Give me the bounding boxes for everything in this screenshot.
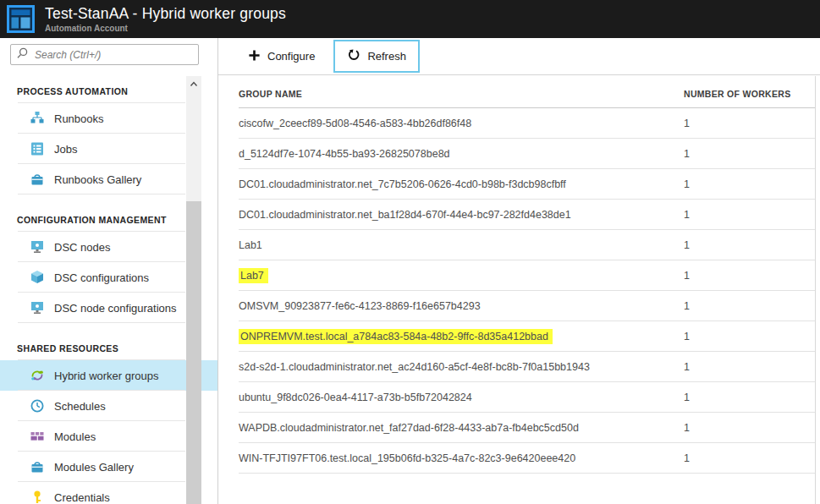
- modules-grid-icon: [30, 429, 45, 444]
- search-input[interactable]: [35, 49, 193, 61]
- table-row[interactable]: WIN-TFJTI97FT06.test.local_195b06fd-b325…: [239, 443, 815, 474]
- section-process-automation: PROCESS AUTOMATION Runbooks: [0, 76, 217, 194]
- table-row[interactable]: ciscofw_2ceecf89-5d08-4546-a583-4bb26df8…: [239, 108, 815, 139]
- runbooks-icon: [30, 111, 45, 126]
- monitor-icon: [30, 239, 45, 255]
- clock-icon: [30, 398, 45, 414]
- sidebar-item-dsc-nodes[interactable]: DSC nodes: [0, 232, 217, 262]
- app-window: Test-StanAA - Hybrid worker groups Autom…: [0, 0, 820, 504]
- page-header: Test-StanAA - Hybrid worker groups Autom…: [0, 0, 820, 38]
- search-box[interactable]: [10, 44, 199, 65]
- sidebar-item-label: Jobs: [54, 143, 77, 156]
- sidebar-item-label: Runbooks Gallery: [54, 173, 141, 186]
- hybrid-sync-icon: [30, 368, 45, 383]
- table-row[interactable]: WAPDB.cloudadministrator.net_faf27dad-6f…: [239, 413, 815, 443]
- sidebar-item-hybrid-worker-groups[interactable]: Hybrid worker groups: [0, 360, 217, 391]
- toolbar: Configure Refresh: [218, 38, 820, 75]
- monitor-icon: [30, 300, 45, 315]
- main-panel: Configure Refresh GROUP NAME NUMBER OF W…: [218, 38, 820, 504]
- table-row[interactable]: d_5124df7e-1074-4b55-ba93-26825078be8d 1: [239, 139, 815, 169]
- section-header: PROCESS AUTOMATION: [0, 76, 217, 103]
- section-configuration-management: CONFIGURATION MANAGEMENT DSC nodes: [0, 194, 217, 323]
- key-icon: [30, 490, 45, 504]
- table-row[interactable]: DC01.cloudadministrator.net_ba1f28d4-670…: [239, 200, 815, 230]
- sidebar-item-label: Modules Gallery: [54, 461, 134, 474]
- configure-button[interactable]: Configure: [239, 42, 323, 71]
- table-row[interactable]: Lab1 1: [239, 230, 815, 260]
- refresh-label: Refresh: [367, 50, 406, 63]
- sidebar-item-label: Credentials: [54, 491, 110, 504]
- plus-icon: [248, 49, 261, 64]
- sidebar-item-label: DSC configurations: [54, 271, 149, 284]
- refresh-icon: [347, 48, 360, 64]
- sidebar: PROCESS AUTOMATION Runbooks: [0, 38, 218, 504]
- table-header-row: GROUP NAME NUMBER OF WORKERS: [239, 75, 815, 108]
- sidebar-nav: PROCESS AUTOMATION Runbooks: [0, 76, 217, 504]
- refresh-button[interactable]: Refresh: [333, 40, 420, 73]
- sidebar-item-schedules[interactable]: Schedules: [0, 391, 217, 421]
- gallery-bag-icon: [30, 172, 45, 187]
- scroll-up-arrow-icon[interactable]: [186, 76, 201, 91]
- sidebar-item-label: Hybrid worker groups: [54, 370, 159, 382]
- sidebar-item-dsc-node-configurations[interactable]: DSC node configurations: [0, 293, 217, 323]
- page-subtitle: Automation Account: [45, 24, 286, 33]
- section-shared-resources: SHARED RESOURCES Hy: [0, 323, 217, 504]
- section-header: SHARED RESOURCES: [0, 323, 217, 360]
- sidebar-item-label: Runbooks: [54, 112, 104, 125]
- sidebar-item-label: DSC node configurations: [54, 302, 177, 315]
- sidebar-item-runbooks-gallery[interactable]: Runbooks Gallery: [0, 164, 217, 194]
- table-row[interactable]: ubuntu_9f8dc026-0ea4-4117-a73b-b5fb72042…: [239, 382, 815, 413]
- sidebar-item-runbooks[interactable]: Runbooks: [0, 103, 217, 134]
- worker-groups-table: GROUP NAME NUMBER OF WORKERS ciscofw_2ce…: [239, 75, 815, 474]
- configure-label: Configure: [267, 50, 315, 63]
- table-row-highlighted[interactable]: ONPREMVM.test.local_a784ac83-584a-48b2-9…: [239, 321, 815, 352]
- table-row-highlighted[interactable]: Lab7 1: [239, 260, 815, 291]
- sidebar-item-label: DSC nodes: [54, 241, 110, 254]
- jobs-icon: [30, 141, 45, 156]
- sidebar-item-credentials[interactable]: Credentials: [0, 482, 217, 504]
- gallery-bag-icon: [30, 459, 45, 474]
- page-title: Test-StanAA - Hybrid worker groups: [45, 5, 286, 23]
- sidebar-item-modules-gallery[interactable]: Modules Gallery: [0, 452, 217, 482]
- sidebar-item-modules[interactable]: Modules: [0, 421, 217, 452]
- sidebar-item-dsc-configurations[interactable]: DSC configurations: [0, 262, 217, 293]
- column-header-group-name: GROUP NAME: [239, 89, 684, 99]
- search-icon: [16, 47, 28, 63]
- table-row[interactable]: DC01.cloudadministrator.net_7c7b5206-062…: [239, 169, 815, 200]
- automation-account-icon: [7, 5, 35, 33]
- sidebar-item-jobs[interactable]: Jobs: [0, 134, 217, 164]
- table-row[interactable]: OMSVM_90923877-fe6c-4123-8869-f16e657b42…: [239, 291, 815, 321]
- sidebar-item-label: Schedules: [54, 400, 106, 413]
- sidebar-item-label: Modules: [54, 430, 96, 443]
- sidebar-scrollbar[interactable]: [186, 76, 201, 504]
- cube-icon: [30, 270, 45, 285]
- column-header-number-of-workers: NUMBER OF WORKERS: [684, 89, 815, 99]
- scrollbar-thumb[interactable]: [186, 201, 201, 504]
- section-header: CONFIGURATION MANAGEMENT: [0, 194, 217, 232]
- table-row[interactable]: s2d-s2d-1.cloudadministrator.net_ac24d16…: [239, 352, 815, 382]
